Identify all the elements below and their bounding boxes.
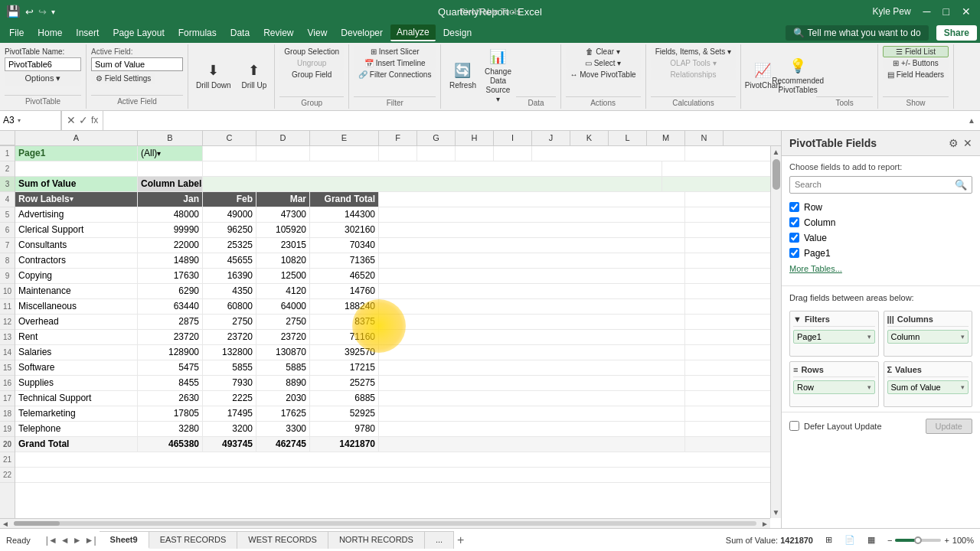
drill-down-button[interactable]: ⬇ Drill Down: [191, 60, 236, 93]
expand-formula-icon[interactable]: ▲: [963, 116, 980, 125]
insert-slicer-button[interactable]: ⊞ Insert Slicer: [354, 46, 436, 57]
insert-timeline-button[interactable]: 📅 Insert Timeline: [354, 57, 436, 69]
zoom-out-icon[interactable]: −: [887, 536, 892, 545]
field-headers-button[interactable]: ▤ Field Headers: [883, 69, 949, 80]
menu-analyze[interactable]: Analyze: [390, 24, 436, 41]
cell-B1[interactable]: (All) ▾: [138, 146, 203, 161]
scroll-up-icon[interactable]: ▲: [771, 146, 781, 158]
defer-section: Defer Layout Update Update: [782, 412, 980, 440]
plus-minus-button[interactable]: ⊞ +/- Buttons: [883, 57, 949, 69]
menu-formulas[interactable]: Formulas: [172, 25, 223, 41]
field-value-checkbox[interactable]: [789, 233, 799, 243]
menu-review[interactable]: Review: [257, 25, 299, 41]
save-icon[interactable]: 💾: [6, 5, 21, 18]
scroll-right-icon[interactable]: ►: [760, 520, 770, 528]
close-button[interactable]: ✕: [959, 5, 974, 18]
next-sheet-icon[interactable]: ►: [73, 535, 82, 546]
menu-developer[interactable]: Developer: [335, 25, 389, 41]
menu-home[interactable]: Home: [31, 25, 68, 41]
filter-connections-button[interactable]: 🔗 Filter Connections: [354, 69, 436, 80]
refresh-button[interactable]: 🔄 Refresh: [446, 60, 479, 93]
sidebar-settings-icon[interactable]: ⚙: [949, 137, 959, 149]
change-data-source-button[interactable]: 📊 Change DataSource ▾: [481, 46, 514, 107]
relationships-button[interactable]: Relationships: [651, 69, 736, 80]
formula-input[interactable]: [103, 115, 963, 126]
tell-me-text[interactable]: Tell me what you want to do: [808, 28, 921, 38]
view-page-icon[interactable]: 📄: [844, 535, 855, 545]
h-scrollbar[interactable]: ◄ ►: [0, 518, 770, 529]
scroll-thumb[interactable]: [773, 159, 780, 190]
update-button[interactable]: Update: [926, 419, 972, 434]
column-item-arrow[interactable]: ▾: [961, 333, 965, 341]
cancel-formula-icon[interactable]: ✕: [67, 114, 76, 126]
prev-sheet-icon[interactable]: ◄: [60, 535, 70, 546]
window-controls[interactable]: ─ □ ✕: [920, 5, 974, 18]
drill-up-button[interactable]: ⬆ Drill Up: [237, 60, 272, 93]
minimize-button[interactable]: ─: [920, 5, 934, 18]
field-column-checkbox[interactable]: [789, 217, 799, 227]
menu-design[interactable]: Design: [437, 25, 478, 41]
clear-button[interactable]: 🗑 Clear ▾: [566, 46, 641, 57]
field-settings-button[interactable]: ⚙ Field Settings: [91, 73, 155, 84]
menu-data[interactable]: Data: [224, 25, 256, 41]
name-box[interactable]: A3 ▾: [0, 111, 61, 130]
defer-checkbox[interactable]: [789, 421, 799, 431]
first-sheet-icon[interactable]: |◄: [46, 535, 57, 546]
customize-icon[interactable]: ▾: [51, 8, 55, 16]
ungroup-button[interactable]: Ungroup: [279, 57, 344, 69]
scroll-down-icon[interactable]: ▼: [771, 507, 781, 518]
recommended-pivot-button[interactable]: 💡 RecommendedPivotTables: [781, 55, 815, 98]
add-sheet-icon[interactable]: +: [457, 533, 464, 547]
sheet-tab-west[interactable]: WEST RECORDS: [237, 531, 328, 549]
field-search-input[interactable]: [795, 180, 955, 189]
olap-tools-button[interactable]: OLAP Tools ▾: [651, 57, 736, 69]
zoom-in-icon[interactable]: +: [944, 536, 949, 545]
sheet-tab-north[interactable]: NORTH RECORDS: [328, 531, 425, 549]
field-list-button[interactable]: ☰ Field List: [883, 46, 949, 57]
v-scrollbar[interactable]: ▲ ▼: [770, 146, 781, 518]
menu-insert[interactable]: Insert: [70, 25, 105, 41]
row-item-arrow[interactable]: ▾: [867, 383, 871, 391]
redo-icon[interactable]: ↪: [38, 6, 47, 18]
sheet-tab-more[interactable]: ...: [425, 531, 454, 549]
move-pivot-button[interactable]: ↔ Move PivotTable: [566, 69, 641, 80]
cell-B3[interactable]: Column Labels ▾: [138, 177, 203, 191]
view-preview-icon[interactable]: ▦: [867, 535, 875, 545]
columns-zone[interactable]: ||| Columns Column ▾: [884, 311, 973, 357]
pivottable-name-input[interactable]: [5, 57, 81, 71]
select-button[interactable]: ▭ Select ▾: [566, 57, 641, 69]
group-field-button[interactable]: Group Field: [279, 69, 344, 80]
undo-icon[interactable]: ↩: [25, 6, 34, 18]
rows-zone[interactable]: ≡ Rows Row ▾: [789, 361, 879, 407]
fields-items-sets-button[interactable]: Fields, Items, & Sets ▾: [651, 46, 736, 57]
sidebar-close-icon[interactable]: ✕: [963, 137, 972, 149]
confirm-formula-icon[interactable]: ✓: [79, 114, 88, 126]
filter-item-arrow[interactable]: ▾: [867, 333, 871, 341]
options-button[interactable]: Options ▾: [5, 71, 81, 86]
filters-zone[interactable]: ▼ Filters Page1 ▾: [789, 311, 879, 357]
menu-page-layout[interactable]: Page Layout: [106, 25, 170, 41]
cell-A4[interactable]: Row Labels ▾: [15, 192, 138, 207]
more-tables-link[interactable]: More Tables...: [789, 261, 972, 276]
insert-function-icon[interactable]: fx: [91, 115, 98, 126]
sheet-tab-east[interactable]: EAST RECORDS: [149, 531, 238, 549]
field-page1-checkbox[interactable]: [789, 248, 799, 258]
sheet-tab-sheet9[interactable]: Sheet9: [100, 531, 149, 549]
group-selection-button[interactable]: Group Selection: [279, 46, 344, 57]
active-field-input[interactable]: [91, 57, 183, 71]
scroll-left-icon[interactable]: ◄: [0, 520, 11, 528]
menu-view[interactable]: View: [302, 25, 334, 41]
zoom-control[interactable]: − + 100%: [887, 536, 974, 545]
last-sheet-icon[interactable]: ►|: [85, 535, 96, 546]
cell-A3[interactable]: Sum of Value: [15, 177, 138, 191]
menu-file[interactable]: File: [3, 25, 30, 41]
cell-A1[interactable]: Page1: [15, 146, 138, 161]
tell-me-box[interactable]: 🔍 Tell me what you want to do: [786, 25, 929, 41]
share-button[interactable]: Share: [936, 25, 977, 41]
values-zone[interactable]: Σ Values Sum of Value ▾: [884, 361, 973, 407]
view-normal-icon[interactable]: ⊞: [825, 535, 832, 545]
field-search-box[interactable]: 🔍: [789, 176, 972, 194]
field-row-checkbox[interactable]: [789, 202, 799, 212]
restore-button[interactable]: □: [940, 5, 952, 18]
value-item-arrow[interactable]: ▾: [961, 383, 965, 391]
